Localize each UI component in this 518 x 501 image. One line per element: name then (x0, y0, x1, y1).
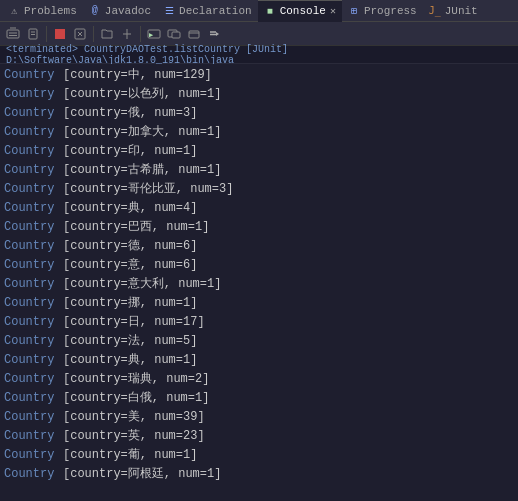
country-label: Country (4, 408, 59, 427)
country-data: [country=挪, num=1] (63, 294, 197, 313)
tab-problems[interactable]: ⚠ Problems (2, 0, 83, 22)
country-data: [country=俄, num=3] (63, 104, 197, 123)
new-console-icon (167, 27, 181, 41)
console-line: Country[country=古希腊, num=1] (4, 161, 514, 180)
pin-console-button[interactable] (118, 25, 136, 43)
progress-icon: ⊞ (348, 5, 360, 17)
country-label: Country (4, 85, 59, 104)
country-label: Country (4, 66, 59, 85)
country-label: Country (4, 142, 59, 161)
clear-icon (6, 27, 20, 41)
console-output[interactable]: Country[country=中, num=129]Country[count… (0, 64, 518, 501)
country-data: [country=印, num=1] (63, 142, 197, 161)
javadoc-icon: @ (89, 5, 101, 17)
console-line: Country[country=阿根廷, num=1] (4, 465, 514, 484)
console-line: Country[country=哥伦比亚, num=3] (4, 180, 514, 199)
tab-declaration[interactable]: ☰ Declaration (157, 0, 258, 22)
svg-rect-17 (189, 31, 199, 38)
console-line: Country[country=德, num=6] (4, 237, 514, 256)
console-line: Country[country=挪, num=1] (4, 294, 514, 313)
terminate-icon (53, 27, 67, 41)
maximize-icon (187, 27, 201, 41)
country-data: [country=意, num=6] (63, 256, 197, 275)
country-label: Country (4, 389, 59, 408)
scroll-lock-icon (26, 27, 40, 41)
country-label: Country (4, 370, 59, 389)
pin-icon (120, 27, 134, 41)
disconnect-icon (73, 27, 87, 41)
breadcrumb-text: <terminated> CountryDAOTest.listCountry … (6, 44, 512, 66)
console-line: Country[country=典, num=1] (4, 351, 514, 370)
console-list-icon: ▶ (147, 27, 161, 41)
console-close-icon[interactable]: ✕ (330, 5, 336, 17)
scroll-lock-button[interactable] (24, 25, 42, 43)
country-label: Country (4, 199, 59, 218)
clear-console-button[interactable] (4, 25, 22, 43)
country-label: Country (4, 123, 59, 142)
tab-javadoc[interactable]: @ Javadoc (83, 0, 157, 22)
console-toolbar: ▶ (0, 22, 518, 46)
console-line: Country[country=美, num=39] (4, 408, 514, 427)
console-list-button[interactable]: ▶ (145, 25, 163, 43)
console-line: Country[country=以色列, num=1] (4, 85, 514, 104)
console-icon: ■ (264, 5, 276, 17)
toolbar-separator-2 (93, 26, 94, 42)
console-line: Country[country=日, num=17] (4, 313, 514, 332)
country-label: Country (4, 465, 59, 484)
country-data: [country=日, num=17] (63, 313, 205, 332)
console-line: Country[country=英, num=23] (4, 427, 514, 446)
country-label: Country (4, 332, 59, 351)
tab-progress[interactable]: ⊞ Progress (342, 0, 423, 22)
junit-icon: J̲ (429, 5, 441, 17)
console-line: Country[country=典, num=4] (4, 199, 514, 218)
console-line: Country[country=瑞典, num=2] (4, 370, 514, 389)
country-data: [country=巴西, num=1] (63, 218, 209, 237)
country-data: [country=古希腊, num=1] (63, 161, 221, 180)
country-data: [country=法, num=5] (63, 332, 197, 351)
tab-progress-label: Progress (364, 5, 417, 17)
country-data: [country=瑞典, num=2] (63, 370, 209, 389)
toolbar-separator-3 (140, 26, 141, 42)
breadcrumb: <terminated> CountryDAOTest.listCountry … (0, 46, 518, 64)
disconnect-button[interactable] (71, 25, 89, 43)
view-menu-button[interactable] (205, 25, 223, 43)
country-label: Country (4, 313, 59, 332)
console-line: Country[country=加拿大, num=1] (4, 123, 514, 142)
country-label: Country (4, 294, 59, 313)
country-data: [country=典, num=4] (63, 199, 197, 218)
tab-bar: ⚠ Problems @ Javadoc ☰ Declaration ■ Con… (0, 0, 518, 22)
console-line: Country[country=俄, num=3] (4, 104, 514, 123)
console-line: Country[country=白俄, num=1] (4, 389, 514, 408)
terminate-button[interactable] (51, 25, 69, 43)
country-data: [country=加拿大, num=1] (63, 123, 221, 142)
svg-marker-21 (216, 32, 219, 36)
country-label: Country (4, 218, 59, 237)
country-label: Country (4, 104, 59, 123)
tab-console[interactable]: ■ Console ✕ (258, 0, 342, 22)
country-label: Country (4, 446, 59, 465)
tab-declaration-label: Declaration (179, 5, 252, 17)
svg-rect-16 (172, 32, 180, 38)
country-label: Country (4, 256, 59, 275)
country-label: Country (4, 427, 59, 446)
tab-javadoc-label: Javadoc (105, 5, 151, 17)
console-line: Country[country=意大利, num=1] (4, 275, 514, 294)
new-console-button[interactable] (165, 25, 183, 43)
console-line: Country[country=意, num=6] (4, 256, 514, 275)
country-label: Country (4, 180, 59, 199)
console-line: Country[country=法, num=5] (4, 332, 514, 351)
tab-console-label: Console (280, 5, 326, 17)
svg-rect-0 (7, 30, 19, 38)
country-data: [country=哥伦比亚, num=3] (63, 180, 233, 199)
country-data: [country=美, num=39] (63, 408, 205, 427)
country-data: [country=葡, num=1] (63, 446, 197, 465)
toolbar-separator-1 (46, 26, 47, 42)
svg-rect-7 (55, 29, 65, 39)
country-data: [country=英, num=23] (63, 427, 205, 446)
open-file-button[interactable] (98, 25, 116, 43)
view-menu-icon (207, 27, 221, 41)
tab-junit[interactable]: J̲ JUnit (423, 0, 484, 22)
maximize-button[interactable] (185, 25, 203, 43)
tab-problems-label: Problems (24, 5, 77, 17)
country-data: [country=中, num=129] (63, 66, 212, 85)
